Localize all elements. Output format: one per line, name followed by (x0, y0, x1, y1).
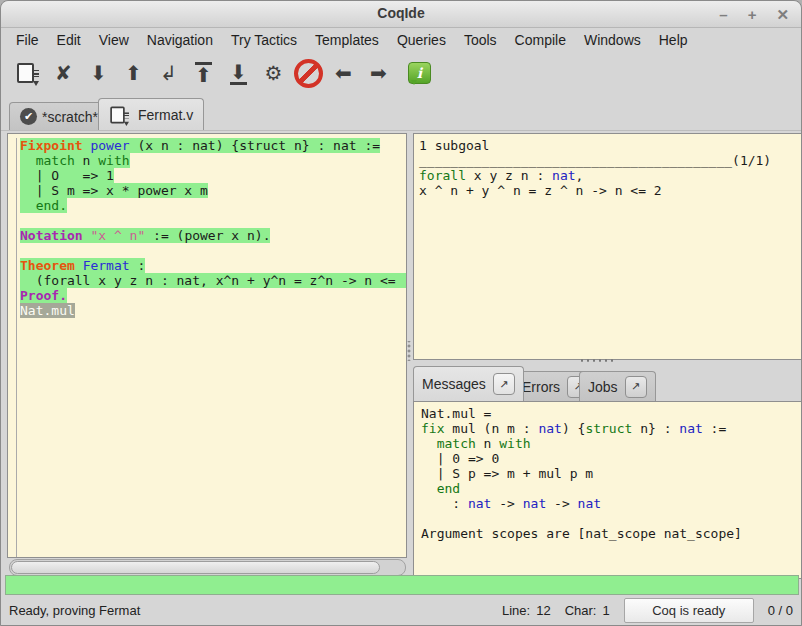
main-area: Fixpoint power (x n : nat) {struct n} : … (1, 130, 801, 575)
menu-tools[interactable]: Tools (455, 29, 506, 51)
go-to-cursor-button[interactable]: ↲ (151, 56, 186, 90)
menu-try-tactics[interactable]: Try Tactics (222, 29, 306, 51)
code-line (20, 243, 406, 258)
menu-help[interactable]: Help (650, 29, 697, 51)
tab-fermat-label: Fermat.v (138, 107, 193, 123)
check-circle-icon: ✔ (20, 108, 37, 125)
buffer-icon (17, 63, 34, 83)
menu-navigation[interactable]: Navigation (138, 29, 222, 51)
goals-text: 1 subgoal_______________________________… (419, 138, 802, 198)
close-buffer-button[interactable]: ✘ (46, 56, 81, 90)
interrupt-button[interactable] (291, 56, 326, 90)
code-line: forall x y z n : nat, (419, 168, 802, 183)
coqide-window: CoqIde – + ✕ File Edit View Navigation T… (0, 0, 802, 626)
go-to-start-button[interactable]: ⬆ (186, 56, 221, 90)
goals-panel[interactable]: 1 subgoal_______________________________… (413, 133, 802, 360)
buffer-icon (110, 106, 124, 123)
code-line: fix mul (n m : nat) {struct n} : nat := (421, 421, 802, 436)
messages-text: Nat.mul =fix mul (n m : nat) {struct n} … (421, 406, 802, 541)
tab-scratch-label: *scratch* (42, 109, 98, 125)
menu-templates[interactable]: Templates (306, 29, 388, 51)
editor-hscrollbar[interactable] (9, 559, 406, 576)
progress-bar (5, 575, 799, 595)
minimize-icon[interactable]: – (719, 7, 727, 22)
about-button[interactable]: i (396, 56, 431, 90)
titlebar[interactable]: CoqIde – + ✕ (1, 1, 801, 28)
tab-messages[interactable]: Messages ↗ (413, 366, 524, 401)
go-to-end-icon: ⬇ (230, 62, 247, 85)
line-label: Line: (502, 603, 530, 618)
code-line: Fixpoint power (x n : nat) {struct n} : … (20, 138, 406, 153)
line-value: 12 (536, 603, 550, 618)
code-line: | O => 1 (20, 168, 406, 183)
horizontal-splitter[interactable] (579, 358, 613, 364)
interrupt-icon (294, 59, 323, 88)
close-icon[interactable]: ✕ (776, 7, 789, 22)
forward-one-icon: ⬇ (90, 63, 107, 83)
code-line: | S m => x * power x m (20, 183, 406, 198)
tab-jobs-label: Jobs (588, 379, 618, 395)
tab-jobs[interactable]: Jobs ↗ (579, 371, 656, 401)
next-arrow-icon: ➡ (370, 63, 387, 83)
fully-check-button[interactable]: ⚙ (256, 56, 291, 90)
window-controls: – + ✕ (719, 1, 789, 27)
code-line: Nat.mul (20, 303, 406, 318)
gear-icon: ⚙ (265, 63, 283, 83)
code-line: | S p => m + mul p m (421, 466, 802, 481)
go-to-end-button[interactable]: ⬇ (221, 56, 256, 90)
code-line: Notation "x ^ n" := (power x n). (20, 228, 406, 243)
close-buffer-icon: ✘ (55, 63, 72, 83)
script-editor[interactable]: Fixpoint power (x n : nat) {struct n} : … (7, 133, 407, 558)
code-line: Nat.mul = (421, 406, 802, 421)
code-line: end. (20, 198, 406, 213)
vertical-splitter[interactable] (406, 341, 412, 361)
tab-scratch[interactable]: ✔ *scratch* (9, 102, 109, 130)
maximize-icon[interactable]: + (748, 7, 757, 22)
goal-counter: 0 / 0 (768, 603, 793, 618)
code-line: | 0 => 0 (421, 451, 802, 466)
next-button[interactable]: ➡ (361, 56, 396, 90)
info-icon: i (408, 62, 431, 84)
menu-compile[interactable]: Compile (506, 29, 575, 51)
menubar: File Edit View Navigation Try Tactics Te… (1, 28, 801, 52)
char-label: Char: (565, 603, 597, 618)
buffer-button[interactable] (11, 56, 46, 90)
scrollbar-thumb[interactable] (11, 561, 380, 574)
char-value: 1 (602, 603, 609, 618)
tab-errors-label: Errors (522, 379, 560, 395)
code-line: Argument scopes are [nat_scope nat_scope… (421, 526, 802, 541)
code-line: (forall x y z n : nat, x^n + y^n = z^n -… (20, 273, 406, 288)
document-tabbar: ✔ *scratch* Fermat.v (1, 97, 801, 130)
code-line: : nat -> nat -> nat (421, 496, 802, 511)
code-line (20, 213, 406, 228)
tab-fermat[interactable]: Fermat.v (98, 98, 204, 130)
status-message: Ready, proving Fermat (1, 603, 140, 618)
status-right: Line: 12 Char: 1 Coq is ready 0 / 0 (502, 598, 793, 623)
menu-windows[interactable]: Windows (575, 29, 650, 51)
window-title: CoqIde (1, 5, 801, 21)
detach-icon[interactable]: ↗ (625, 376, 647, 398)
backward-one-icon: ⬆ (125, 63, 142, 83)
code-line: ________________________________________… (419, 153, 802, 168)
tab-messages-label: Messages (422, 376, 486, 392)
go-to-cursor-icon: ↲ (160, 63, 177, 83)
forward-one-button[interactable]: ⬇ (81, 56, 116, 90)
backward-one-button[interactable]: ⬆ (116, 56, 151, 90)
menu-queries[interactable]: Queries (388, 29, 455, 51)
script-text: Fixpoint power (x n : nat) {struct n} : … (16, 138, 406, 557)
code-line: Theorem Fermat : (20, 258, 406, 273)
menu-view[interactable]: View (90, 29, 138, 51)
code-line: match n with (20, 153, 406, 168)
previous-button[interactable]: ⬅ (326, 56, 361, 90)
statusbar: Ready, proving Fermat Line: 12 Char: 1 C… (1, 596, 801, 625)
menu-file[interactable]: File (7, 29, 48, 51)
previous-arrow-icon: ⬅ (335, 63, 352, 83)
go-to-start-icon: ⬆ (195, 62, 212, 85)
code-line: end (421, 481, 802, 496)
messages-panel[interactable]: Nat.mul =fix mul (n m : nat) {struct n} … (413, 401, 802, 579)
code-line: match n with (421, 436, 802, 451)
detach-icon[interactable]: ↗ (493, 373, 515, 395)
code-line: Proof. (20, 288, 406, 303)
menu-edit[interactable]: Edit (48, 29, 90, 51)
coq-status-button[interactable]: Coq is ready (624, 598, 754, 623)
